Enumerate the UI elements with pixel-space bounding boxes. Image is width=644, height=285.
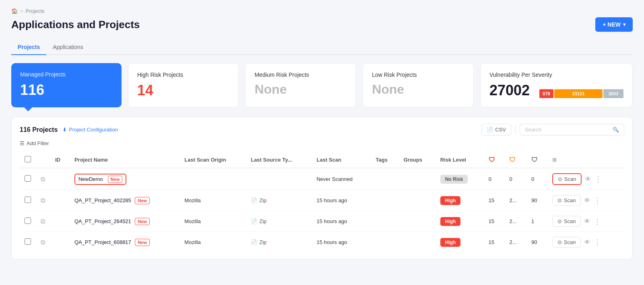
row-tags [371,232,399,253]
page-title: Applications and Projects [11,18,140,31]
card-low-risk-projects[interactable]: Low Risk Projects None [363,63,474,107]
copy-icon[interactable]: ⧉ [41,239,45,246]
view-button[interactable]: 👁 [584,239,590,246]
table-header-left: 116 Projects ⬇ Project Configuration [20,126,118,133]
vuln-severity-label: Vulnerability Per Severity [489,72,623,78]
row-v2: 0 [504,168,526,190]
row-source-type: 📄 Zip [246,211,312,232]
table-title: 116 Projects [20,126,58,133]
zip-icon: 📄 Zip [251,239,307,245]
row-risk: No Risk [436,168,484,190]
project-name-text[interactable]: QA_PT_Project_608817 [74,239,131,245]
row-groups [399,168,436,190]
risk-badge: No Risk [440,175,468,184]
row-groups [399,232,436,253]
home-icon[interactable]: 🏠 [11,8,18,14]
row-v1: 15 [484,190,505,211]
project-name-text[interactable]: NewDemo [78,176,103,182]
new-badge: New [135,239,150,246]
card-high-risk-projects[interactable]: High Risk Projects 14 [128,63,239,107]
more-options-button[interactable]: ⋮ [594,196,601,205]
table-section: 116 Projects ⬇ Project Configuration 📄 C… [11,117,633,259]
chevron-down-icon: ▾ [623,22,625,27]
row-id [50,232,70,253]
zip-icon: 📄 Zip [251,218,307,224]
scan-button[interactable]: ⊙ Scan [552,237,581,248]
card-medium-risk-projects[interactable]: Medium Risk Projects None [245,63,356,107]
select-all-checkbox[interactable] [25,156,31,162]
view-button[interactable]: 👁 [584,218,590,225]
copy-icon[interactable]: ⧉ [41,176,45,182]
breadcrumb-separator: > [20,8,23,14]
row-checkbox[interactable] [25,217,31,224]
filter-icon: ☰ [20,140,25,146]
row-risk: High [436,232,484,253]
row-scan-origin: Mozilla [180,211,246,232]
row-actions: ⊙ Scan 👁 ⋮ [552,173,619,185]
scan-button[interactable]: ⊙ Scan [552,173,582,185]
projects-table: ID Project Name Last Scan Origin Last So… [20,152,624,252]
new-button[interactable]: + NEW ▾ [595,17,633,32]
medium-risk-label: Medium Risk Projects [254,72,347,78]
row-groups [399,211,436,232]
row-v3: 90 [526,232,547,253]
tabs-bar: Projects Applications [11,40,633,55]
view-button[interactable]: 👁 [584,197,590,204]
row-last-scan: Never Scanned [312,168,371,190]
row-last-scan: 15 hours ago [312,190,371,211]
project-name-text[interactable]: QA_PT_Project_264521 [74,218,131,224]
scan-button[interactable]: ⊙ Scan [552,216,581,227]
row-last-scan: 15 hours ago [312,232,371,253]
csv-icon: 📄 [487,127,493,133]
row-v1: 0 [484,168,505,190]
vuln-total: 27002 [489,82,530,99]
csv-button[interactable]: 📄 CSV [481,124,511,135]
table-header-right: 📄 CSV 🔍 [481,124,624,135]
more-options-button[interactable]: ⋮ [594,217,601,226]
add-filter-button[interactable]: ☰ Add Filter [20,140,49,146]
col-header-tags: Tags [371,152,399,168]
scan-icon: ⊙ [557,197,562,203]
tab-projects[interactable]: Projects [11,40,46,55]
summary-cards: Managed Projects 116 High Risk Projects … [11,63,633,107]
row-project-name: QA_PT_Project_402285 New [70,190,180,211]
row-risk: High [436,211,484,232]
row-checkbox[interactable] [25,238,31,245]
project-configuration-button[interactable]: ⬇ Project Configuration [62,127,118,133]
managed-projects-value: 116 [20,82,113,98]
col-header-actions: ⊞ [547,152,624,168]
risk-badge: High [440,217,461,226]
more-options-button[interactable]: ⋮ [594,175,602,184]
more-options-button[interactable]: ⋮ [594,238,601,247]
high-risk-label: High Risk Projects [137,72,230,78]
col-header-risk-level: Risk Level [436,152,484,168]
download-icon: ⬇ [62,127,67,133]
card-managed-projects[interactable]: Managed Projects 116 [11,63,122,107]
row-risk: High [436,190,484,211]
table-row: ⧉ NewDemo New Never Scanned No Risk [20,168,624,190]
row-project-name: QA_PT_Project_608817 New [70,232,180,253]
row-checkbox[interactable] [25,197,31,203]
row-scan-origin: Mozilla [180,190,246,211]
low-risk-value: None [372,82,464,97]
scan-icon: ⊙ [558,176,562,182]
divider [515,125,516,135]
scan-button[interactable]: ⊙ Scan [552,195,581,206]
row-actions: ⊙ Scan 👁 ⋮ [552,237,619,248]
search-box[interactable]: 🔍 [520,124,624,135]
row-id [50,168,70,190]
managed-projects-label: Managed Projects [20,71,113,78]
row-actions: ⊙ Scan 👁 ⋮ [552,216,619,227]
zip-icon: 📄 Zip [251,197,307,203]
view-button[interactable]: 👁 [585,176,591,183]
row-source-type [246,168,312,190]
search-input[interactable] [525,127,609,133]
tab-applications[interactable]: Applications [46,40,90,55]
copy-icon[interactable]: ⧉ [41,197,45,204]
row-groups [399,190,436,211]
row-checkbox[interactable] [25,175,31,182]
card-vulnerability-severity[interactable]: Vulnerability Per Severity 27002 878 231… [480,63,633,107]
project-name-text[interactable]: QA_PT_Project_402285 [74,197,131,203]
copy-icon[interactable]: ⧉ [41,218,45,225]
medium-risk-value: None [254,82,347,97]
